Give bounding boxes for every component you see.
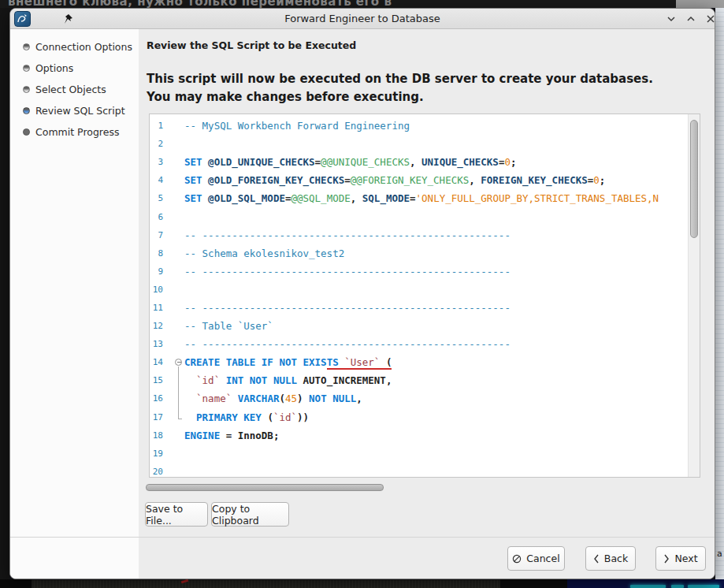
code-text: -- -------------------------------------… bbox=[184, 302, 511, 314]
titlebar[interactable]: Forward Engineer to Database bbox=[10, 9, 715, 29]
cancel-label: Cancel bbox=[526, 553, 559, 564]
code-text: `id` INT NOT NULL AUTO_INCREMENT, bbox=[184, 374, 392, 386]
description-line-1: This script will now be executed on the … bbox=[147, 70, 653, 88]
line-number: 12 bbox=[150, 321, 163, 331]
background-text: внешнего клюва, нужно только переименова… bbox=[8, 0, 392, 8]
fold-gutter bbox=[163, 389, 184, 408]
code-text: -- Table `User` bbox=[184, 320, 273, 332]
cancel-icon bbox=[512, 554, 522, 564]
fold-gutter bbox=[163, 226, 184, 244]
code-line: 6 bbox=[150, 207, 687, 225]
chevron-right-icon bbox=[663, 554, 670, 564]
background-bottom-toolbar bbox=[32, 580, 500, 588]
line-number: 6 bbox=[150, 212, 163, 222]
step-label: Review SQL Script bbox=[35, 105, 125, 117]
line-number: 3 bbox=[150, 157, 163, 167]
fold-gutter bbox=[163, 135, 184, 153]
fold-gutter bbox=[163, 335, 184, 353]
vertical-scrollbar[interactable] bbox=[688, 114, 700, 477]
background-right-char: a bbox=[717, 549, 722, 559]
fold-gutter bbox=[163, 244, 184, 262]
background-right-window-strip: a bbox=[715, 8, 724, 579]
back-button[interactable]: Back bbox=[585, 546, 636, 571]
fold-toggle-icon[interactable] bbox=[175, 359, 182, 366]
step-label: Select Objects bbox=[35, 84, 106, 95]
background-gray-block bbox=[676, 0, 724, 8]
code-line: 8-- Schema ekolesnikov_test2 bbox=[150, 244, 687, 262]
shade-window-icon[interactable] bbox=[666, 13, 677, 24]
step-bullet-icon bbox=[23, 65, 30, 72]
line-number: 10 bbox=[150, 285, 163, 295]
code-line: 15 `id` INT NOT NULL AUTO_INCREMENT, bbox=[150, 371, 687, 389]
close-icon[interactable] bbox=[705, 13, 715, 24]
fold-gutter bbox=[163, 117, 184, 135]
fold-gutter bbox=[163, 171, 184, 189]
line-number: 16 bbox=[150, 393, 163, 404]
copy-to-clipboard-label: Copy to Clipboard bbox=[212, 503, 288, 527]
step-review-sql-script[interactable]: Review SQL Script bbox=[23, 105, 125, 116]
code-text: SET @OLD_FOREIGN_KEY_CHECKS=@@FOREIGN_KE… bbox=[184, 174, 605, 186]
back-label: Back bbox=[604, 553, 628, 564]
forward-engineer-dialog: Forward Engineer to Database Connection … bbox=[9, 8, 715, 579]
code-text: -- Schema ekolesnikov_test2 bbox=[184, 247, 344, 259]
background-bottom-left bbox=[0, 579, 32, 588]
horizontal-scrollbar-thumb[interactable] bbox=[146, 484, 384, 491]
step-select-objects[interactable]: Select Objects bbox=[23, 84, 106, 95]
background-bottom-mid bbox=[500, 579, 567, 588]
code-line: 3SET @OLD_UNIQUE_CHECKS=@@UNIQUE_CHECKS,… bbox=[150, 153, 687, 171]
line-number: 2 bbox=[150, 139, 163, 149]
fold-gutter bbox=[163, 153, 184, 171]
cancel-button[interactable]: Cancel bbox=[507, 546, 565, 571]
fold-gutter bbox=[163, 353, 184, 371]
step-commit-progress[interactable]: Commit Progress bbox=[23, 126, 119, 137]
code-line: 2 bbox=[150, 135, 687, 153]
main-panel: Review the SQL Script to be Executed Thi… bbox=[139, 29, 715, 579]
fold-gutter bbox=[163, 408, 184, 426]
save-to-file-button[interactable]: Save to File... bbox=[145, 502, 208, 527]
screen: внешнего клюва, нужно только переименова… bbox=[0, 0, 724, 588]
line-number: 7 bbox=[150, 230, 163, 240]
line-number: 18 bbox=[150, 430, 163, 441]
line-number: 20 bbox=[150, 467, 163, 477]
teal-glow-segment bbox=[671, 585, 684, 588]
chevron-left-icon bbox=[593, 554, 600, 564]
vertical-scrollbar-thumb[interactable] bbox=[690, 120, 698, 238]
code-line: 17 PRIMARY KEY (`id`)) bbox=[150, 408, 687, 426]
fold-gutter bbox=[163, 445, 184, 463]
code-text: ENGINE = InnoDB; bbox=[184, 430, 279, 441]
line-number: 19 bbox=[150, 448, 163, 459]
code-line: 5SET @OLD_SQL_MODE=@@SQL_MODE, SQL_MODE=… bbox=[150, 189, 687, 207]
maximize-icon[interactable] bbox=[685, 13, 696, 24]
fold-gutter bbox=[163, 299, 184, 317]
step-bullet-icon bbox=[23, 86, 30, 93]
line-number: 9 bbox=[150, 266, 163, 277]
line-number: 5 bbox=[150, 193, 163, 203]
fold-gutter bbox=[163, 317, 184, 335]
code-text: CREATE TABLE IF NOT EXISTS `User` ( bbox=[184, 356, 392, 368]
step-connection-options[interactable]: Connection Options bbox=[23, 41, 132, 52]
code-line: 13-- -----------------------------------… bbox=[150, 335, 687, 353]
sql-script-editor[interactable]: 1-- MySQL Workbench Forward Engineering2… bbox=[149, 114, 700, 478]
copy-to-clipboard-button[interactable]: Copy to Clipboard bbox=[211, 502, 289, 527]
dialog-title: Forward Engineer to Database bbox=[10, 9, 715, 29]
code-text: -- -------------------------------------… bbox=[184, 266, 511, 277]
description-line-2: You may make changes before executing. bbox=[147, 88, 653, 106]
code-text: -- -------------------------------------… bbox=[184, 338, 511, 350]
line-number: 1 bbox=[150, 121, 163, 131]
step-bullet-icon bbox=[23, 43, 30, 50]
next-button[interactable]: Next bbox=[655, 546, 706, 571]
line-number: 17 bbox=[150, 412, 163, 422]
code-line: 4SET @OLD_FOREIGN_KEY_CHECKS=@@FOREIGN_K… bbox=[150, 171, 687, 189]
line-number: 15 bbox=[150, 375, 163, 385]
code-line: 20 bbox=[150, 463, 687, 478]
code-text: SET @OLD_UNIQUE_CHECKS=@@UNIQUE_CHECKS, … bbox=[184, 156, 517, 168]
step-label: Connection Options bbox=[35, 41, 132, 53]
code-line: 19 bbox=[150, 445, 687, 463]
fold-gutter bbox=[163, 262, 184, 281]
background-left-strip bbox=[0, 8, 9, 588]
fold-gutter bbox=[163, 371, 184, 389]
save-to-file-label: Save to File... bbox=[146, 503, 207, 527]
next-label: Next bbox=[674, 553, 697, 564]
step-options[interactable]: Options bbox=[23, 62, 73, 73]
step-label: Options bbox=[35, 62, 73, 74]
